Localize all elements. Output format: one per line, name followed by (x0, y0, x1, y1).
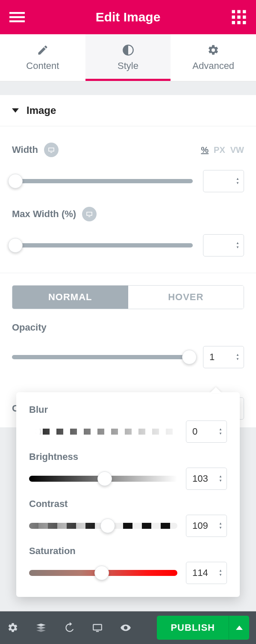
contrast-step-up[interactable]: ▲ (219, 522, 222, 525)
tabs-row: Content Style Advanced (0, 34, 256, 81)
brightness-input[interactable]: 103 ▲▼ (186, 468, 227, 490)
blur-slider[interactable] (29, 429, 177, 435)
saturation-step-up[interactable]: ▲ (219, 569, 222, 572)
unit-px[interactable]: PX (214, 145, 225, 155)
svg-rect-9 (232, 21, 235, 24)
contrast-step-down[interactable]: ▼ (219, 526, 222, 530)
state-hover-button[interactable]: HOVER (128, 286, 244, 309)
publish-dropdown-button[interactable] (229, 616, 249, 640)
tab-advanced[interactable]: Advanced (171, 34, 256, 81)
opacity-slider[interactable] (12, 355, 193, 359)
brightness-step-down[interactable]: ▼ (219, 479, 222, 483)
caret-up-icon (236, 626, 243, 630)
hamburger-menu-icon[interactable] (9, 9, 25, 25)
responsive-toggle-icon[interactable] (82, 207, 97, 221)
unit-percent[interactable]: % (201, 145, 209, 155)
half-circle-icon (122, 44, 134, 56)
state-toggle: NORMAL HOVER (12, 285, 244, 309)
saturation-step-down[interactable]: ▼ (219, 573, 222, 577)
section-image-toggle[interactable]: Image (0, 95, 256, 126)
max-width-step-up[interactable]: ▲ (236, 242, 239, 245)
opacity-slider-thumb[interactable] (182, 350, 197, 364)
svg-rect-14 (93, 624, 102, 630)
section-image-title: Image (26, 104, 56, 116)
blur-step-down[interactable]: ▼ (219, 432, 222, 435)
contrast-value: 109 (192, 520, 208, 531)
svg-rect-10 (237, 21, 241, 24)
opacity-step-up[interactable]: ▲ (236, 353, 239, 357)
width-input[interactable]: ▲▼ (203, 170, 244, 192)
blur-value: 0 (192, 426, 197, 437)
navigator-icon[interactable] (35, 622, 47, 634)
tab-content[interactable]: Content (0, 34, 85, 81)
state-normal-button[interactable]: NORMAL (12, 286, 128, 309)
pencil-icon (37, 44, 49, 56)
saturation-slider[interactable] (29, 570, 177, 576)
history-icon[interactable] (63, 622, 75, 634)
gear-icon (207, 44, 219, 56)
width-label-row: Width (12, 143, 59, 157)
brightness-label: Brightness (29, 451, 227, 462)
blur-step-up[interactable]: ▲ (219, 428, 222, 431)
contrast-label: Contrast (29, 498, 227, 510)
opacity-input[interactable]: 1 ▲▼ (203, 346, 244, 368)
brightness-slider[interactable] (29, 476, 177, 482)
max-width-label-row: Max Width (%) (12, 207, 97, 221)
max-width-label: Max Width (%) (12, 209, 76, 220)
state-section: NORMAL HOVER Opacity 1 ▲▼ (0, 273, 256, 385)
svg-rect-6 (232, 15, 235, 19)
opacity-label: Opacity (12, 322, 47, 333)
svg-rect-5 (243, 10, 246, 14)
spacer (0, 81, 256, 95)
tab-advanced-label: Advanced (192, 60, 234, 72)
tab-style-label: Style (118, 60, 138, 72)
css-filters-popover: Blur 0 ▲▼ Brightness 103 ▲▼ Contrast (16, 392, 240, 597)
opacity-step-down[interactable]: ▼ (236, 358, 239, 361)
preview-icon[interactable] (120, 622, 132, 634)
saturation-slider-thumb[interactable] (94, 566, 109, 580)
max-width-slider-thumb[interactable] (8, 238, 23, 253)
caret-down-icon (12, 108, 19, 113)
width-step-up[interactable]: ▲ (236, 177, 239, 181)
panel-title: Edit Image (96, 10, 161, 24)
footer-bar: PUBLISH (0, 611, 256, 644)
publish-button[interactable]: PUBLISH (157, 616, 229, 640)
svg-rect-1 (9, 16, 25, 18)
brightness-step-up[interactable]: ▲ (219, 475, 222, 478)
width-step-down[interactable]: ▼ (236, 182, 239, 185)
brightness-slider-thumb[interactable] (97, 471, 112, 486)
brightness-value: 103 (192, 473, 208, 484)
max-width-slider[interactable] (12, 243, 193, 247)
width-slider[interactable] (12, 179, 193, 183)
width-label: Width (12, 144, 38, 155)
tab-content-label: Content (26, 60, 59, 72)
saturation-label: Saturation (29, 546, 227, 557)
responsive-toggle-icon[interactable] (44, 143, 59, 157)
opacity-value: 1 (209, 352, 215, 363)
svg-rect-7 (237, 15, 241, 19)
width-slider-thumb[interactable] (8, 174, 23, 188)
settings-icon[interactable] (7, 622, 19, 634)
unit-switcher: % PX VW (201, 145, 244, 155)
panel-header: Edit Image (0, 0, 256, 34)
responsive-mode-icon[interactable] (91, 622, 103, 634)
svg-rect-8 (243, 15, 246, 19)
contrast-slider-thumb[interactable] (100, 519, 115, 533)
contrast-slider[interactable] (29, 523, 177, 529)
apps-grid-icon[interactable] (231, 9, 247, 25)
unit-vw[interactable]: VW (230, 145, 244, 155)
max-width-input[interactable]: ▲▼ (203, 234, 244, 256)
blur-slider-thumb[interactable] (26, 424, 41, 439)
blur-input[interactable]: 0 ▲▼ (186, 420, 227, 443)
contrast-input[interactable]: 109 ▲▼ (186, 515, 227, 537)
svg-rect-11 (243, 21, 246, 24)
svg-rect-15 (96, 631, 99, 632)
svg-rect-3 (232, 10, 235, 14)
width-control: Width % PX VW ▲▼ Max Width (%) (0, 126, 256, 264)
blur-label: Blur (29, 404, 227, 415)
tab-style[interactable]: Style (85, 34, 171, 81)
max-width-step-down[interactable]: ▼ (236, 246, 239, 249)
saturation-input[interactable]: 114 ▲▼ (186, 562, 227, 584)
svg-rect-2 (9, 21, 25, 23)
svg-rect-0 (9, 12, 25, 14)
